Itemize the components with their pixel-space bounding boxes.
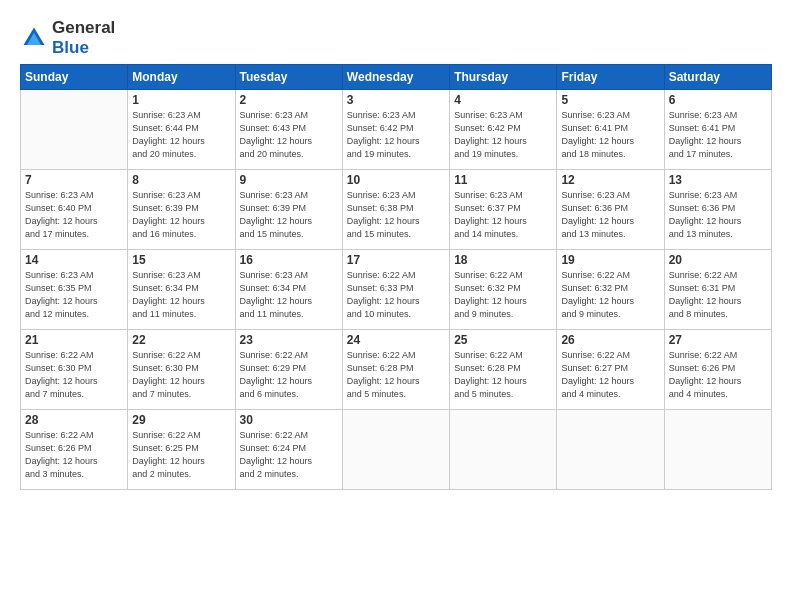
week-row-4: 21Sunrise: 6:22 AM Sunset: 6:30 PM Dayli…: [21, 330, 772, 410]
week-row-1: 1Sunrise: 6:23 AM Sunset: 6:44 PM Daylig…: [21, 90, 772, 170]
calendar-cell: 8Sunrise: 6:23 AM Sunset: 6:39 PM Daylig…: [128, 170, 235, 250]
day-number: 24: [347, 333, 445, 347]
day-number: 28: [25, 413, 123, 427]
calendar-cell: 10Sunrise: 6:23 AM Sunset: 6:38 PM Dayli…: [342, 170, 449, 250]
day-number: 13: [669, 173, 767, 187]
calendar-header: SundayMondayTuesdayWednesdayThursdayFrid…: [21, 65, 772, 90]
day-info: Sunrise: 6:23 AM Sunset: 6:39 PM Dayligh…: [132, 189, 230, 241]
calendar-cell: 2Sunrise: 6:23 AM Sunset: 6:43 PM Daylig…: [235, 90, 342, 170]
day-info: Sunrise: 6:22 AM Sunset: 6:28 PM Dayligh…: [454, 349, 552, 401]
day-number: 17: [347, 253, 445, 267]
day-info: Sunrise: 6:23 AM Sunset: 6:38 PM Dayligh…: [347, 189, 445, 241]
day-number: 20: [669, 253, 767, 267]
calendar-cell: 7Sunrise: 6:23 AM Sunset: 6:40 PM Daylig…: [21, 170, 128, 250]
calendar-cell: 28Sunrise: 6:22 AM Sunset: 6:26 PM Dayli…: [21, 410, 128, 490]
calendar-cell: [450, 410, 557, 490]
day-info: Sunrise: 6:22 AM Sunset: 6:26 PM Dayligh…: [25, 429, 123, 481]
week-row-5: 28Sunrise: 6:22 AM Sunset: 6:26 PM Dayli…: [21, 410, 772, 490]
calendar-cell: 13Sunrise: 6:23 AM Sunset: 6:36 PM Dayli…: [664, 170, 771, 250]
day-number: 22: [132, 333, 230, 347]
day-info: Sunrise: 6:22 AM Sunset: 6:30 PM Dayligh…: [25, 349, 123, 401]
day-info: Sunrise: 6:23 AM Sunset: 6:40 PM Dayligh…: [25, 189, 123, 241]
day-number: 16: [240, 253, 338, 267]
day-info: Sunrise: 6:22 AM Sunset: 6:31 PM Dayligh…: [669, 269, 767, 321]
header: General Blue: [20, 18, 772, 58]
calendar-cell: [664, 410, 771, 490]
calendar-cell: 20Sunrise: 6:22 AM Sunset: 6:31 PM Dayli…: [664, 250, 771, 330]
weekday-header-friday: Friday: [557, 65, 664, 90]
day-info: Sunrise: 6:22 AM Sunset: 6:27 PM Dayligh…: [561, 349, 659, 401]
day-info: Sunrise: 6:23 AM Sunset: 6:41 PM Dayligh…: [669, 109, 767, 161]
day-info: Sunrise: 6:22 AM Sunset: 6:26 PM Dayligh…: [669, 349, 767, 401]
day-info: Sunrise: 6:23 AM Sunset: 6:41 PM Dayligh…: [561, 109, 659, 161]
day-info: Sunrise: 6:23 AM Sunset: 6:42 PM Dayligh…: [454, 109, 552, 161]
day-number: 29: [132, 413, 230, 427]
day-number: 3: [347, 93, 445, 107]
calendar: SundayMondayTuesdayWednesdayThursdayFrid…: [20, 64, 772, 490]
page: General Blue SundayMondayTuesdayWednesda…: [0, 0, 792, 612]
calendar-cell: [21, 90, 128, 170]
day-number: 10: [347, 173, 445, 187]
day-info: Sunrise: 6:22 AM Sunset: 6:33 PM Dayligh…: [347, 269, 445, 321]
day-number: 1: [132, 93, 230, 107]
calendar-cell: 25Sunrise: 6:22 AM Sunset: 6:28 PM Dayli…: [450, 330, 557, 410]
day-number: 6: [669, 93, 767, 107]
day-number: 11: [454, 173, 552, 187]
calendar-cell: 21Sunrise: 6:22 AM Sunset: 6:30 PM Dayli…: [21, 330, 128, 410]
day-number: 8: [132, 173, 230, 187]
day-info: Sunrise: 6:23 AM Sunset: 6:34 PM Dayligh…: [132, 269, 230, 321]
calendar-cell: 4Sunrise: 6:23 AM Sunset: 6:42 PM Daylig…: [450, 90, 557, 170]
day-info: Sunrise: 6:22 AM Sunset: 6:29 PM Dayligh…: [240, 349, 338, 401]
calendar-cell: 26Sunrise: 6:22 AM Sunset: 6:27 PM Dayli…: [557, 330, 664, 410]
day-info: Sunrise: 6:23 AM Sunset: 6:43 PM Dayligh…: [240, 109, 338, 161]
day-info: Sunrise: 6:22 AM Sunset: 6:24 PM Dayligh…: [240, 429, 338, 481]
day-number: 12: [561, 173, 659, 187]
day-number: 9: [240, 173, 338, 187]
day-number: 18: [454, 253, 552, 267]
day-info: Sunrise: 6:23 AM Sunset: 6:36 PM Dayligh…: [669, 189, 767, 241]
calendar-cell: 23Sunrise: 6:22 AM Sunset: 6:29 PM Dayli…: [235, 330, 342, 410]
weekday-header-saturday: Saturday: [664, 65, 771, 90]
day-number: 23: [240, 333, 338, 347]
day-info: Sunrise: 6:22 AM Sunset: 6:28 PM Dayligh…: [347, 349, 445, 401]
calendar-cell: 15Sunrise: 6:23 AM Sunset: 6:34 PM Dayli…: [128, 250, 235, 330]
day-info: Sunrise: 6:22 AM Sunset: 6:30 PM Dayligh…: [132, 349, 230, 401]
calendar-cell: 27Sunrise: 6:22 AM Sunset: 6:26 PM Dayli…: [664, 330, 771, 410]
calendar-cell: 9Sunrise: 6:23 AM Sunset: 6:39 PM Daylig…: [235, 170, 342, 250]
weekday-header-monday: Monday: [128, 65, 235, 90]
calendar-cell: 14Sunrise: 6:23 AM Sunset: 6:35 PM Dayli…: [21, 250, 128, 330]
day-info: Sunrise: 6:23 AM Sunset: 6:44 PM Dayligh…: [132, 109, 230, 161]
day-info: Sunrise: 6:23 AM Sunset: 6:34 PM Dayligh…: [240, 269, 338, 321]
day-number: 27: [669, 333, 767, 347]
calendar-cell: 12Sunrise: 6:23 AM Sunset: 6:36 PM Dayli…: [557, 170, 664, 250]
day-info: Sunrise: 6:23 AM Sunset: 6:37 PM Dayligh…: [454, 189, 552, 241]
calendar-cell: 6Sunrise: 6:23 AM Sunset: 6:41 PM Daylig…: [664, 90, 771, 170]
day-info: Sunrise: 6:23 AM Sunset: 6:39 PM Dayligh…: [240, 189, 338, 241]
calendar-cell: [342, 410, 449, 490]
calendar-cell: 18Sunrise: 6:22 AM Sunset: 6:32 PM Dayli…: [450, 250, 557, 330]
day-info: Sunrise: 6:23 AM Sunset: 6:36 PM Dayligh…: [561, 189, 659, 241]
logo-icon: [20, 24, 48, 52]
weekday-header-sunday: Sunday: [21, 65, 128, 90]
logo: General Blue: [20, 18, 115, 58]
calendar-cell: 17Sunrise: 6:22 AM Sunset: 6:33 PM Dayli…: [342, 250, 449, 330]
day-info: Sunrise: 6:23 AM Sunset: 6:35 PM Dayligh…: [25, 269, 123, 321]
day-number: 21: [25, 333, 123, 347]
calendar-cell: 5Sunrise: 6:23 AM Sunset: 6:41 PM Daylig…: [557, 90, 664, 170]
calendar-cell: 24Sunrise: 6:22 AM Sunset: 6:28 PM Dayli…: [342, 330, 449, 410]
calendar-cell: 3Sunrise: 6:23 AM Sunset: 6:42 PM Daylig…: [342, 90, 449, 170]
week-row-3: 14Sunrise: 6:23 AM Sunset: 6:35 PM Dayli…: [21, 250, 772, 330]
calendar-cell: [557, 410, 664, 490]
day-number: 2: [240, 93, 338, 107]
day-number: 5: [561, 93, 659, 107]
calendar-cell: 11Sunrise: 6:23 AM Sunset: 6:37 PM Dayli…: [450, 170, 557, 250]
day-number: 15: [132, 253, 230, 267]
day-info: Sunrise: 6:22 AM Sunset: 6:32 PM Dayligh…: [561, 269, 659, 321]
day-number: 14: [25, 253, 123, 267]
day-info: Sunrise: 6:23 AM Sunset: 6:42 PM Dayligh…: [347, 109, 445, 161]
day-number: 7: [25, 173, 123, 187]
logo-text: General Blue: [52, 18, 115, 58]
calendar-cell: 30Sunrise: 6:22 AM Sunset: 6:24 PM Dayli…: [235, 410, 342, 490]
weekday-row: SundayMondayTuesdayWednesdayThursdayFrid…: [21, 65, 772, 90]
week-row-2: 7Sunrise: 6:23 AM Sunset: 6:40 PM Daylig…: [21, 170, 772, 250]
